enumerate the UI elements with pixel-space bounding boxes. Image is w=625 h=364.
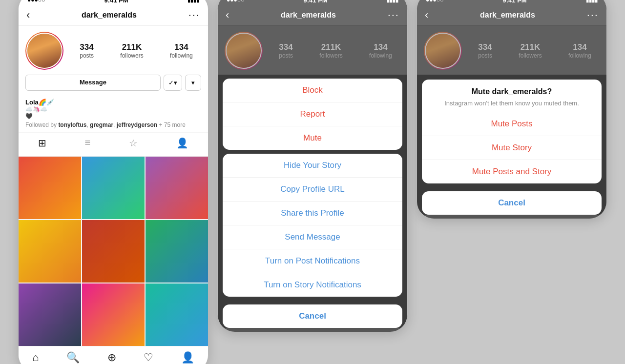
profile-area-1: 334 posts 211K followers 134 following M…	[19, 26, 208, 96]
nav-bar-3: ‹ dark_emeralds ···	[417, 6, 606, 26]
mute-dialog-subtitle: Instagram won't let them know you muted …	[430, 99, 594, 108]
profile-icon[interactable]: 👤	[181, 351, 194, 364]
dropdown-button-1[interactable]: ▾	[185, 75, 201, 91]
likes-icon[interactable]: ♡	[144, 351, 153, 364]
photo-3[interactable]	[146, 157, 208, 219]
bio-followed-1: Followed by tonyloftus, gregmar, jeffrey…	[25, 121, 201, 128]
time-1: 9:41 PM	[104, 0, 128, 4]
action-sheet-2: Hide Your Story Copy Profile URL Share t…	[223, 154, 402, 297]
photo-6[interactable]	[146, 220, 208, 283]
mute-dialog: Mute dark_emeralds? Instagram won't let …	[422, 80, 602, 183]
action-report[interactable]: Report	[223, 102, 402, 126]
follow-check-icon: ✓▾	[168, 79, 177, 86]
back-button-3[interactable]: ‹	[425, 9, 428, 21]
action-mute[interactable]: Mute	[223, 126, 402, 150]
mute-posts-story-button[interactable]: Mute Posts and Story	[422, 160, 602, 183]
bio-1: Lola🌈💉 ☁️🦄☁️ 🖤 Followed by tonyloftus, g…	[19, 96, 208, 132]
time-3: 9:41 PM	[503, 0, 527, 4]
bottom-nav-1: ⌂ 🔍 ⊕ ♡ 👤	[19, 346, 208, 364]
mute-story-button[interactable]: Mute Story	[422, 136, 602, 160]
nav-bar-2: ‹ dark_emeralds ···	[218, 6, 407, 26]
more-button-3[interactable]: ···	[587, 9, 599, 21]
more-button-2[interactable]: ···	[388, 9, 399, 21]
tab-grid-icon[interactable]: ⊞	[38, 137, 46, 152]
tab-tagged-icon[interactable]: 👤	[176, 137, 188, 152]
status-bar-1: ●●●○○ 9:41 PM ▮▮▮▮	[19, 0, 208, 6]
signal-dots: ●●●○○	[27, 0, 45, 3]
profile-username-2: dark_emeralds	[281, 11, 336, 20]
battery-1: ▮▮▮▮	[188, 0, 199, 3]
time-2: 9:41 PM	[304, 0, 328, 4]
photo-8[interactable]	[82, 283, 145, 346]
status-bar-2: ●●●○○ 9:41 PM ▮▮▮▮	[218, 0, 407, 6]
nav-bar-1: ‹ dark_emeralds ···	[19, 6, 208, 26]
action-block[interactable]: Block	[223, 79, 402, 102]
back-button-1[interactable]: ‹	[26, 9, 30, 21]
modal-area-2: Block Report Mute Hide Your Story Copy P…	[218, 75, 407, 328]
photo-5[interactable]	[82, 220, 145, 283]
battery-2: ▮▮▮▮	[387, 0, 398, 3]
photo-7[interactable]	[19, 283, 81, 346]
stat-following-1: 134 following	[170, 42, 193, 59]
battery-3: ▮▮▮▮	[586, 0, 598, 3]
photo-grid-1	[19, 157, 208, 346]
more-button-1[interactable]: ···	[188, 9, 200, 21]
action-share-profile[interactable]: Share this Profile	[223, 202, 402, 225]
follow-status-button-1[interactable]: ✓▾	[164, 75, 182, 91]
photo-1[interactable]	[19, 157, 81, 219]
signal-dots-2: ●●●○○	[227, 0, 244, 3]
mute-posts-button[interactable]: Mute Posts	[422, 112, 602, 136]
phone-action-sheet: ●●●○○ 9:41 PM ▮▮▮▮ ‹ dark_emeralds ··· 3…	[217, 0, 408, 332]
message-button-1[interactable]: Message	[25, 75, 161, 91]
bio-name-1: Lola🌈💉	[25, 99, 201, 106]
tabs-row-1: ⊞ ≡ ☆ 👤	[19, 133, 208, 157]
photo-9[interactable]	[146, 283, 208, 346]
photo-2[interactable]	[82, 157, 145, 219]
photo-4[interactable]	[19, 220, 81, 283]
follower-link-2[interactable]: gregmar	[90, 121, 113, 128]
action-sheet: Block Report Mute	[223, 79, 402, 150]
stat-posts-1: 334 posts	[80, 42, 94, 59]
add-icon[interactable]: ⊕	[107, 351, 116, 364]
tab-starred-icon[interactable]: ☆	[129, 137, 138, 152]
action-send-message[interactable]: Send Message	[223, 225, 402, 249]
follower-link-1[interactable]: tonyloftus	[58, 121, 86, 128]
avatar-1	[26, 33, 62, 69]
bio-line1: ☁️🦄☁️	[25, 106, 201, 113]
follower-link-3[interactable]: jeffreydgerson	[117, 121, 157, 128]
stat-followers-1: 211K followers	[120, 42, 143, 59]
buttons-row-1: Message ✓▾ ▾	[25, 75, 201, 91]
cancel-button-2[interactable]: Cancel	[223, 304, 402, 328]
action-copy-url[interactable]: Copy Profile URL	[223, 178, 402, 202]
search-icon[interactable]: 🔍	[66, 351, 80, 364]
action-story-notifications[interactable]: Turn on Story Notifications	[223, 273, 402, 297]
mute-dialog-title: Mute dark_emeralds?	[430, 87, 594, 96]
profile-username-3: dark_emeralds	[480, 11, 535, 20]
phone-profile: ●●●○○ 9:41 PM ▮▮▮▮ ‹ dark_emeralds ··· 3…	[18, 0, 208, 364]
status-bar-3: ●●●○○ 9:41 PM ▮▮▮▮	[417, 0, 606, 6]
action-hide-story[interactable]: Hide Your Story	[223, 154, 402, 178]
action-post-notifications[interactable]: Turn on Post Notifications	[223, 249, 402, 273]
cancel-button-3[interactable]: Cancel	[422, 191, 602, 215]
stats-row-1: 334 posts 211K followers 134 following	[71, 42, 201, 59]
signal-dots-3: ●●●○○	[426, 0, 443, 3]
mute-dialog-header: Mute dark_emeralds? Instagram won't let …	[422, 80, 602, 112]
back-button-2[interactable]: ‹	[226, 9, 229, 21]
avatar-ring-1[interactable]	[25, 32, 63, 70]
bio-line2: 🖤	[25, 113, 201, 120]
tab-list-icon[interactable]: ≡	[85, 137, 91, 152]
home-icon[interactable]: ⌂	[32, 351, 39, 364]
phone-mute-dialog: ●●●○○ 9:41 PM ▮▮▮▮ ‹ dark_emeralds ··· 3…	[417, 0, 607, 219]
profile-username-1: dark_emeralds	[82, 11, 137, 20]
